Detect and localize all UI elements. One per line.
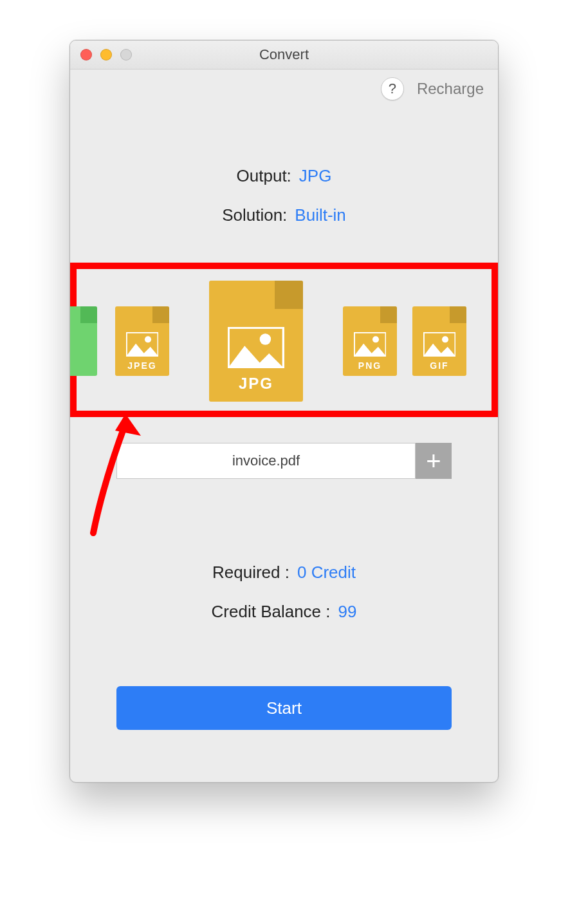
solution-row: Solution: Built-in — [70, 205, 498, 225]
image-icon — [354, 332, 386, 357]
app-window: Convert ? Recharge Output: JPG Solution:… — [69, 40, 499, 783]
format-option-png[interactable]: PNG — [343, 306, 397, 376]
format-carousel[interactable]: SV JPEG — [70, 277, 498, 406]
format-label: GIF — [430, 360, 448, 371]
credits-block: Required : 0 Credit Credit Balance : 99 — [70, 563, 498, 622]
solution-label: Solution: — [222, 205, 287, 225]
window-controls — [80, 49, 132, 61]
titlebar: Convert — [70, 41, 498, 70]
format-option-sv[interactable]: SV — [70, 306, 97, 376]
add-file-button[interactable]: + — [416, 443, 452, 479]
window-title: Convert — [70, 46, 498, 63]
balance-value: 99 — [338, 602, 357, 622]
start-button[interactable]: Start — [116, 686, 452, 730]
help-icon: ? — [389, 80, 396, 97]
file-name-field[interactable]: invoice.pdf — [116, 443, 416, 479]
format-option-gif[interactable]: GIF — [412, 306, 466, 376]
required-label: Required : — [212, 563, 289, 583]
settings-block: Output: JPG Solution: Built-in — [70, 166, 498, 225]
solution-value[interactable]: Built-in — [295, 205, 345, 225]
zoom-window-button[interactable] — [120, 49, 132, 61]
required-value: 0 Credit — [297, 563, 356, 583]
file-input-row: invoice.pdf + — [116, 443, 452, 479]
svg-point-1 — [145, 337, 151, 343]
output-row: Output: JPG — [70, 166, 498, 186]
format-option-jpeg[interactable]: JPEG — [115, 306, 169, 376]
toolbar: ? Recharge — [70, 70, 498, 108]
start-label: Start — [266, 698, 302, 718]
image-icon — [228, 327, 284, 368]
file-name-text: invoice.pdf — [232, 452, 300, 469]
minimize-window-button[interactable] — [100, 49, 112, 61]
format-label: PNG — [358, 360, 381, 371]
recharge-button[interactable]: Recharge — [417, 80, 484, 98]
help-button[interactable]: ? — [381, 77, 404, 100]
svg-point-3 — [260, 333, 271, 345]
image-icon — [423, 332, 455, 357]
balance-label: Credit Balance : — [212, 602, 331, 622]
format-label: JPG — [239, 375, 273, 393]
format-option-jpg[interactable]: JPG — [209, 281, 303, 402]
format-carousel-wrap: SV JPEG — [70, 270, 498, 425]
image-icon — [126, 332, 158, 357]
svg-point-7 — [442, 337, 448, 343]
required-row: Required : 0 Credit — [70, 563, 498, 583]
close-window-button[interactable] — [80, 49, 92, 61]
format-label: JPEG — [127, 360, 156, 371]
balance-row: Credit Balance : 99 — [70, 602, 498, 622]
output-value[interactable]: JPG — [299, 166, 332, 186]
plus-icon: + — [426, 447, 441, 476]
output-label: Output: — [237, 166, 291, 186]
svg-point-5 — [372, 337, 379, 343]
